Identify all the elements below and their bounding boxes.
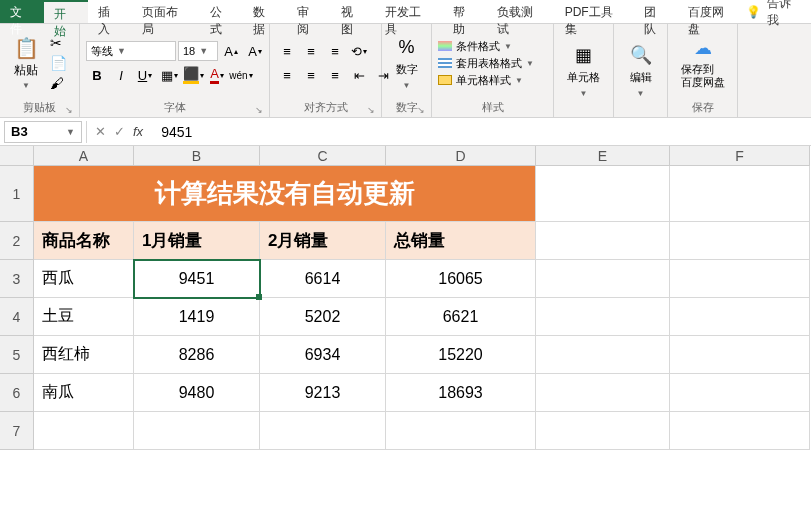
font-color-button[interactable]: A▾ xyxy=(206,65,228,85)
tab-home[interactable]: 开始 xyxy=(44,0,88,23)
title-cell[interactable]: 计算结果没有自动更新 xyxy=(34,166,536,222)
select-all-corner[interactable] xyxy=(0,146,34,166)
tab-review[interactable]: 审阅 xyxy=(287,0,331,23)
format-painter-icon[interactable]: 🖌 xyxy=(50,75,67,91)
header-feb[interactable]: 2月销量 xyxy=(260,222,386,260)
cell-B6[interactable]: 9480 xyxy=(134,374,260,412)
cut-icon[interactable]: ✂ xyxy=(50,35,67,51)
save-baidu-button[interactable]: ☁ 保存到 百度网盘 xyxy=(674,37,731,89)
cell-F3[interactable] xyxy=(670,260,810,298)
cell-C6[interactable]: 9213 xyxy=(260,374,386,412)
decrease-font-icon[interactable]: A▾ xyxy=(244,41,266,61)
tab-formulas[interactable]: 公式 xyxy=(200,0,244,23)
name-box[interactable]: B3▼ xyxy=(4,121,82,143)
orientation-icon[interactable]: ⟲▾ xyxy=(348,41,370,61)
col-B[interactable]: B xyxy=(134,146,260,166)
cell-F5[interactable] xyxy=(670,336,810,374)
row-2[interactable]: 2 xyxy=(0,222,34,260)
conditional-format-button[interactable]: 条件格式▼ xyxy=(438,39,534,54)
tab-insert[interactable]: 插入 xyxy=(88,0,132,23)
cell-D5[interactable]: 15220 xyxy=(386,336,536,374)
tab-devtools[interactable]: 开发工具 xyxy=(375,0,443,23)
cell-F6[interactable] xyxy=(670,374,810,412)
fx-icon[interactable]: fx xyxy=(133,124,143,139)
col-D[interactable]: D xyxy=(386,146,536,166)
col-C[interactable]: C xyxy=(260,146,386,166)
edit-button[interactable]: 🔍 编辑 ▼ xyxy=(620,44,661,98)
cell-A5[interactable]: 西红柿 xyxy=(34,336,134,374)
bold-button[interactable]: B xyxy=(86,65,108,85)
cell-E2[interactable] xyxy=(536,222,670,260)
col-F[interactable]: F xyxy=(670,146,810,166)
phonetic-button[interactable]: wén▾ xyxy=(230,65,252,85)
border-button[interactable]: ▦▾ xyxy=(158,65,180,85)
indent-left-icon[interactable]: ⇤ xyxy=(348,65,370,85)
cell-E1[interactable] xyxy=(536,166,670,222)
tab-data[interactable]: 数据 xyxy=(243,0,287,23)
cell-C3[interactable]: 6614 xyxy=(260,260,386,298)
table-format-button[interactable]: 套用表格格式▼ xyxy=(438,56,534,71)
paste-label[interactable]: 粘贴 xyxy=(14,62,38,79)
tab-pdf[interactable]: PDF工具集 xyxy=(555,0,635,23)
number-launcher-icon[interactable]: ↘ xyxy=(417,105,425,115)
header-jan[interactable]: 1月销量 xyxy=(134,222,260,260)
cell-B3[interactable]: 9451 xyxy=(134,260,260,298)
row-5[interactable]: 5 xyxy=(0,336,34,374)
align-bottom-icon[interactable]: ≡ xyxy=(324,41,346,61)
cell-A7[interactable] xyxy=(34,412,134,450)
cell-D7[interactable] xyxy=(386,412,536,450)
tab-team[interactable]: 团队 xyxy=(634,0,678,23)
tellme-text[interactable]: 告诉我 xyxy=(767,0,803,29)
cell-A3[interactable]: 西瓜 xyxy=(34,260,134,298)
cell-F4[interactable] xyxy=(670,298,810,336)
align-right-icon[interactable]: ≡ xyxy=(324,65,346,85)
row-4[interactable]: 4 xyxy=(0,298,34,336)
align-left-icon[interactable]: ≡ xyxy=(276,65,298,85)
cell-E4[interactable] xyxy=(536,298,670,336)
fill-color-button[interactable]: ⬛▾ xyxy=(182,65,204,85)
row-6[interactable]: 6 xyxy=(0,374,34,412)
header-product[interactable]: 商品名称 xyxy=(34,222,134,260)
cell-D4[interactable]: 6621 xyxy=(386,298,536,336)
cell-D6[interactable]: 18693 xyxy=(386,374,536,412)
align-center-icon[interactable]: ≡ xyxy=(300,65,322,85)
cell-E5[interactable] xyxy=(536,336,670,374)
font-size-combo[interactable]: 18▼ xyxy=(178,41,218,61)
header-total[interactable]: 总销量 xyxy=(386,222,536,260)
cell-A6[interactable]: 南瓜 xyxy=(34,374,134,412)
cell-F1[interactable] xyxy=(670,166,810,222)
clipboard-launcher-icon[interactable]: ↘ xyxy=(65,105,73,115)
col-A[interactable]: A xyxy=(34,146,134,166)
tab-help[interactable]: 帮助 xyxy=(443,0,487,23)
cell-D3[interactable]: 16065 xyxy=(386,260,536,298)
cell-style-button[interactable]: 单元格样式▼ xyxy=(438,73,534,88)
number-button[interactable]: % 数字 ▼ xyxy=(388,37,425,90)
cell-A4[interactable]: 土豆 xyxy=(34,298,134,336)
align-launcher-icon[interactable]: ↘ xyxy=(367,105,375,115)
col-E[interactable]: E xyxy=(536,146,670,166)
cancel-formula-icon[interactable]: ✕ xyxy=(95,124,106,139)
tab-pagelayout[interactable]: 页面布局 xyxy=(132,0,200,23)
confirm-formula-icon[interactable]: ✓ xyxy=(114,124,125,139)
cell-F7[interactable] xyxy=(670,412,810,450)
tab-baidu[interactable]: 百度网盘 xyxy=(678,0,746,23)
align-top-icon[interactable]: ≡ xyxy=(276,41,298,61)
increase-font-icon[interactable]: A▴ xyxy=(220,41,242,61)
cells-button[interactable]: ▦ 单元格 ▼ xyxy=(560,44,607,98)
font-launcher-icon[interactable]: ↘ xyxy=(255,105,263,115)
row-1[interactable]: 1 xyxy=(0,166,34,222)
underline-button[interactable]: U▾ xyxy=(134,65,156,85)
cell-B4[interactable]: 1419 xyxy=(134,298,260,336)
cell-C4[interactable]: 5202 xyxy=(260,298,386,336)
font-name-combo[interactable]: 等线▼ xyxy=(86,41,176,61)
tab-view[interactable]: 视图 xyxy=(331,0,375,23)
cell-C5[interactable]: 6934 xyxy=(260,336,386,374)
copy-icon[interactable]: 📄 xyxy=(50,55,67,71)
cell-C7[interactable] xyxy=(260,412,386,450)
cell-B7[interactable] xyxy=(134,412,260,450)
row-7[interactable]: 7 xyxy=(0,412,34,450)
paste-icon[interactable]: 📋 xyxy=(14,36,39,60)
tab-file[interactable]: 文件 xyxy=(0,0,44,23)
tab-loadtest[interactable]: 负载测试 xyxy=(487,0,555,23)
cell-E3[interactable] xyxy=(536,260,670,298)
